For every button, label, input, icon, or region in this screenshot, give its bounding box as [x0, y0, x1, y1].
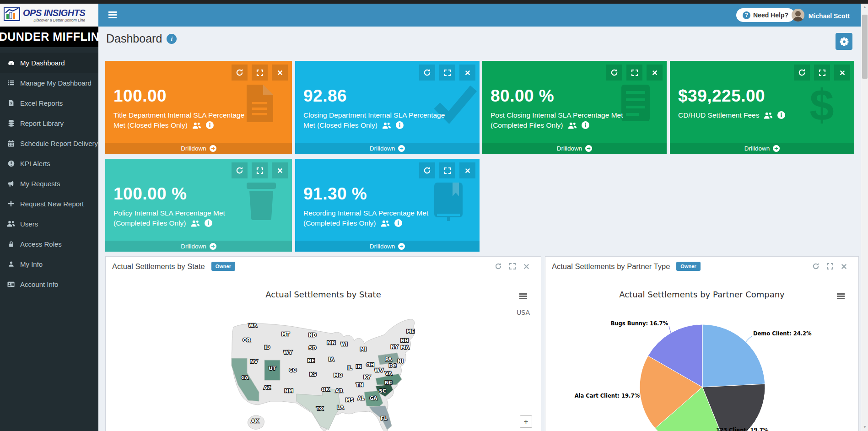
sidebar-item-kpi-alerts[interactable]: KPI Alerts	[0, 153, 98, 173]
map-state-label-KY[interactable]: KY	[363, 374, 371, 380]
info-icon[interactable]	[206, 121, 214, 132]
map-state-label-ID[interactable]: ID	[264, 345, 270, 350]
map-zoom-in-button[interactable]: +	[520, 415, 532, 428]
map-state-label-WA[interactable]: WA	[248, 323, 257, 328]
map-state-label-VA[interactable]: VA	[385, 371, 392, 376]
map-state-label-NM[interactable]: NM	[284, 388, 293, 393]
tile-expand-icon[interactable]	[814, 65, 830, 81]
sidebar-item-schedule-report-delivery[interactable]: Schedule Report Delivery	[0, 133, 98, 153]
map-state-label-SC[interactable]: SC	[379, 388, 386, 393]
map-state-label-NV[interactable]: NV	[250, 359, 259, 364]
pie-chart[interactable]: Demo Client: 24.2%123 Client: 19.7%Ala C…	[545, 276, 859, 431]
info-icon[interactable]	[394, 219, 402, 230]
panel-close-icon[interactable]	[841, 263, 847, 270]
map-state-label-AL[interactable]: AL	[358, 395, 365, 401]
page-scrollbar[interactable]: ▲ ▼	[861, 4, 868, 431]
need-help-button[interactable]: ? Need Help?	[736, 8, 795, 22]
map-state-label-CA[interactable]: CA	[241, 375, 249, 380]
dashboard-settings-button[interactable]	[836, 33, 852, 50]
tile-refresh-icon[interactable]	[419, 162, 435, 178]
tile-refresh-icon[interactable]	[419, 65, 435, 81]
map-state-label-WY[interactable]: WY	[283, 350, 292, 355]
map-state-label-IL[interactable]: IL	[347, 365, 352, 371]
sidebar-item-my-dashboard[interactable]: My Dashboard	[0, 53, 98, 73]
app-logo[interactable]: OPS INSIGHTS Discover a Better Bottom Li…	[0, 4, 98, 27]
info-icon[interactable]	[396, 121, 404, 132]
map-state-label-WI[interactable]: WI	[340, 341, 348, 347]
tile-close-icon[interactable]	[647, 65, 663, 81]
map-state-label-NJ[interactable]: NJ	[398, 358, 404, 364]
tile-refresh-icon[interactable]	[794, 65, 810, 81]
map-state-label-NC[interactable]: NC	[385, 380, 393, 385]
map-state-label-MS[interactable]: MS	[345, 397, 354, 403]
drilldown-button[interactable]: Drilldown	[295, 241, 480, 252]
drilldown-button[interactable]: Drilldown	[670, 143, 854, 154]
map-state-label-SD[interactable]: SD	[309, 345, 317, 350]
sidebar-item-my-info[interactable]: My Info	[0, 254, 98, 274]
drilldown-button[interactable]: Drilldown	[105, 241, 292, 252]
tile-close-icon[interactable]	[834, 65, 850, 81]
map-state-label-KS[interactable]: KS	[309, 372, 317, 377]
map-state-label-MO[interactable]: MO	[334, 372, 342, 378]
sidebar-item-access-roles[interactable]: Access Roles	[0, 234, 98, 254]
panel-close-icon[interactable]	[523, 263, 530, 270]
tile-close-icon[interactable]	[272, 162, 288, 178]
map-state-label-OH[interactable]: OH	[366, 362, 374, 367]
tile-refresh-icon[interactable]	[606, 65, 622, 81]
map-state-label-NE[interactable]: NE	[307, 358, 315, 363]
sidebar-item-excel-reports[interactable]: Excel Reports	[0, 93, 98, 113]
tile-refresh-icon[interactable]	[232, 162, 248, 178]
panel-expand-icon[interactable]	[509, 263, 516, 270]
map-state-label-FL[interactable]: FL	[381, 415, 387, 421]
map-state-label-MI[interactable]: MI	[360, 346, 367, 352]
map-state-label-IA[interactable]: IA	[329, 356, 334, 362]
tile-close-icon[interactable]	[459, 162, 475, 178]
info-icon[interactable]	[205, 219, 212, 230]
sidebar-item-my-requests[interactable]: My Requests	[0, 173, 98, 194]
map-state-label-AZ[interactable]: AZ	[264, 385, 271, 390]
tile-expand-icon[interactable]	[252, 65, 268, 81]
map-state-label-AK[interactable]: AK	[251, 418, 259, 424]
panel-expand-icon[interactable]	[826, 263, 834, 270]
map-state-label-ND[interactable]: ND	[308, 332, 317, 338]
page-info-icon[interactable]: i	[167, 34, 177, 44]
map-state-label-OR[interactable]: OR	[243, 337, 250, 343]
panel-refresh-icon[interactable]	[495, 263, 502, 270]
map-state-label-MA[interactable]: MA	[401, 345, 410, 350]
map-state-label-TX[interactable]: TX	[316, 406, 323, 411]
tile-expand-icon[interactable]	[439, 65, 455, 81]
sidebar-item-request-new-report[interactable]: Request New Report	[0, 194, 98, 214]
map-state-label-PA[interactable]: PA	[385, 356, 393, 362]
map-state-label-WV[interactable]: WV	[374, 367, 384, 373]
tile-expand-icon[interactable]	[439, 162, 455, 178]
map-state-label-AR[interactable]: AR	[335, 388, 343, 393]
map-state-label-MN[interactable]: MN	[327, 340, 335, 345]
info-icon[interactable]	[582, 121, 589, 132]
sidebar-item-users[interactable]: Users	[0, 214, 98, 234]
sidebar-item-manage-my-dashboard[interactable]: Manage My Dashboard	[0, 73, 98, 93]
scroll-thumb[interactable]	[862, 15, 868, 79]
map-state-label-LA[interactable]: LA	[337, 404, 345, 410]
sidebar-toggle-icon[interactable]	[108, 10, 118, 20]
info-icon[interactable]	[777, 111, 785, 122]
drilldown-button[interactable]: Drilldown	[105, 143, 292, 154]
map-state-label-MT[interactable]: MT	[281, 331, 290, 337]
scroll-up-arrow[interactable]: ▲	[861, 4, 868, 11]
sidebar-item-report-library[interactable]: Report Library	[0, 113, 98, 133]
sidebar-item-account-info[interactable]: Account Info	[0, 274, 98, 294]
panel-refresh-icon[interactable]	[812, 263, 819, 270]
tile-expand-icon[interactable]	[252, 162, 268, 178]
map-state-label-ME[interactable]: ME	[406, 329, 415, 334]
chart-context-menu-icon[interactable]	[519, 292, 527, 300]
user-menu[interactable]: Michael Scott	[792, 9, 850, 23]
map-state-label-GA[interactable]: GA	[370, 395, 378, 401]
map-state-label-DC[interactable]: DC	[389, 363, 397, 368]
tile-close-icon[interactable]	[459, 65, 475, 81]
map-state-label-IN[interactable]: IN	[356, 364, 362, 369]
map-state-label-CO[interactable]: CO	[289, 367, 297, 373]
drilldown-button[interactable]: Drilldown	[295, 143, 480, 154]
map-state-label-NH[interactable]: NH	[400, 338, 409, 343]
tile-close-icon[interactable]	[272, 65, 288, 81]
drilldown-button[interactable]: Drilldown	[482, 143, 667, 154]
us-map-chart[interactable]: WAORIDMTNDSDMNWIMIMENHNYMAWYNEIANVUTCACO…	[227, 317, 419, 431]
